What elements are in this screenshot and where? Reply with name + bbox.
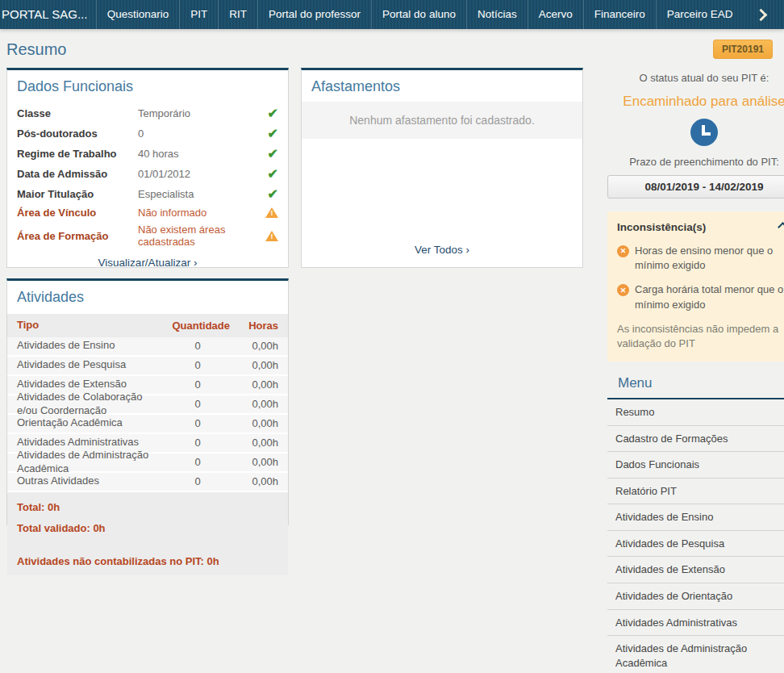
table-row: Orientação Acadêmica 0 0,00h bbox=[7, 415, 288, 434]
dados-row-pos-doutorados: Pós-doutorados 0 bbox=[17, 123, 278, 144]
page-header: Resumo PIT20191 bbox=[0, 29, 784, 68]
ver-todos-link[interactable]: Ver Todos › bbox=[302, 237, 582, 259]
menu-item-atividades-administrativas[interactable]: Atividades Administrativas bbox=[607, 610, 784, 637]
dados-label: Área de Formação bbox=[17, 230, 138, 242]
nav-pit[interactable]: PIT bbox=[179, 0, 218, 29]
dados-funcionais-panel: Dados Funcionais Classe Temporário Pós-d… bbox=[6, 68, 289, 268]
dados-value: Especialista bbox=[138, 188, 263, 200]
table-row: Atividades de Ensino 0 0,00h bbox=[7, 337, 288, 357]
chevron-up-icon[interactable] bbox=[778, 222, 784, 232]
middle-column: Afastamentos Nenhum afastamento foi cada… bbox=[301, 68, 583, 268]
dados-row-area-formacao: Área de Formação Não existem áreas cadas… bbox=[17, 221, 278, 250]
dados-funcionais-title: Dados Funcionais bbox=[17, 78, 278, 95]
cell-quantidade: 0 bbox=[165, 340, 230, 352]
table-row: Atividades de Colaboração e/ou Coorderna… bbox=[7, 395, 288, 415]
prazo-label: Prazo de preenchimento do PIT: bbox=[607, 156, 784, 168]
menu-item-administracao-academica[interactable]: Atividades de Administração Acadêmica bbox=[607, 636, 784, 673]
dados-value: Temporário bbox=[138, 107, 263, 119]
cell-horas: 0,00h bbox=[230, 359, 278, 371]
nav-questionario[interactable]: Questionario bbox=[96, 0, 180, 29]
nav-rit[interactable]: RIT bbox=[218, 0, 257, 29]
total-line: Total: 0h bbox=[17, 501, 278, 513]
cell-horas: 0,00h bbox=[230, 417, 278, 429]
brand-title[interactable]: PORTAL SAG... bbox=[0, 0, 96, 29]
cell-horas: 0,00h bbox=[230, 398, 278, 410]
nav-more-arrow[interactable] bbox=[744, 0, 784, 29]
inconsistencias-panel: Inconsistência(s) Horas de ensino menor … bbox=[607, 211, 784, 362]
inconsistencias-title: Inconsistência(s) bbox=[617, 221, 706, 233]
cell-tipo: Atividades de Pesquisa bbox=[17, 358, 165, 372]
right-sidebar: O status atual do seu PIT é: Encaminhado… bbox=[607, 68, 784, 673]
cell-horas: 0,00h bbox=[230, 378, 278, 391]
nav-acervo[interactable]: Acervo bbox=[528, 0, 583, 29]
chevron-right-icon bbox=[755, 8, 768, 21]
nav-portal-aluno[interactable]: Portal do aluno bbox=[371, 0, 466, 29]
dados-value: 0 bbox=[138, 127, 263, 140]
check-icon bbox=[268, 126, 278, 141]
warning-icon bbox=[265, 231, 278, 241]
dados-value: Não informado bbox=[138, 207, 261, 219]
dados-row-area-vinculo: Área de Vínculo Não informado bbox=[17, 204, 278, 221]
warning-icon bbox=[265, 207, 278, 218]
nav-noticias[interactable]: Notícias bbox=[466, 0, 528, 29]
cell-tipo: Atividades de Ensino bbox=[17, 339, 165, 353]
dados-label: Classe bbox=[17, 107, 138, 119]
cell-horas: 0,00h bbox=[230, 456, 278, 468]
dados-label: Maior Titulação bbox=[17, 188, 138, 200]
afastamentos-title: Afastamentos bbox=[302, 78, 582, 95]
status-label: O status atual do seu PIT é: bbox=[607, 72, 784, 84]
cell-quantidade: 0 bbox=[165, 378, 230, 391]
dados-row-regime: Regime de Trabalho 40 horas bbox=[17, 144, 278, 164]
nav-parceiro-ead[interactable]: Parceiro EAD bbox=[656, 0, 744, 29]
cell-quantidade: 0 bbox=[165, 398, 230, 410]
inconsistencias-note: As inconsistências não impedem a validaç… bbox=[617, 322, 784, 351]
inconsistencia-text: Horas de ensino menor que o mínimo exigi… bbox=[635, 244, 784, 273]
clock-icon bbox=[690, 119, 718, 146]
menu-item-atividades-extensao[interactable]: Atividades de Extensão bbox=[607, 557, 784, 583]
dados-row-admissao: Data de Admissão 01/01/2012 bbox=[17, 164, 278, 184]
menu-item-atividades-ensino[interactable]: Atividades de Ensino bbox=[607, 504, 784, 531]
menu-item-atividades-pesquisa[interactable]: Atividades de Pesquisa bbox=[607, 531, 784, 558]
nav-portal-professor[interactable]: Portal do professor bbox=[257, 0, 371, 29]
column-header-quantidade: Quantidade bbox=[165, 320, 230, 332]
atividades-table-header: Tipo Quantidade Horas bbox=[7, 314, 288, 337]
dados-row-titulacao: Maior Titulação Especialista bbox=[17, 184, 278, 204]
content-area: Dados Funcionais Classe Temporário Pós-d… bbox=[0, 68, 784, 673]
nao-contabilizadas-line: Atividades não contabilizadas no PIT: 0h bbox=[17, 555, 278, 567]
inconsistencias-header: Inconsistência(s) bbox=[617, 221, 784, 233]
menu-item-relatorio-pit[interactable]: Relatório PIT bbox=[607, 479, 784, 505]
menu-title: Menu bbox=[607, 373, 784, 399]
dados-row-classe: Classe Temporário bbox=[17, 103, 278, 123]
dados-value: 01/01/2012 bbox=[138, 168, 263, 180]
dados-value: Não existem áreas cadastradas bbox=[138, 224, 261, 248]
check-icon bbox=[268, 106, 278, 121]
menu-item-cadastro-formacoes[interactable]: Cadastro de Formações bbox=[607, 426, 784, 453]
side-menu: Menu Resumo Cadastro de Formações Dados … bbox=[607, 373, 784, 673]
dados-label: Pós-doutorados bbox=[17, 127, 138, 140]
cell-tipo: Orientação Acadêmica bbox=[17, 416, 165, 430]
column-header-horas: Horas bbox=[230, 320, 278, 332]
dados-label: Regime de Trabalho bbox=[17, 148, 138, 160]
cell-quantidade: 0 bbox=[165, 417, 230, 429]
atividades-panel: Atividades Tipo Quantidade Horas Ativida… bbox=[6, 278, 289, 525]
dados-value: 40 horas bbox=[138, 148, 263, 160]
cell-quantidade: 0 bbox=[165, 456, 230, 468]
visualizar-atualizar-link[interactable]: Visualizar/Atualizar › bbox=[17, 250, 278, 272]
menu-item-resumo[interactable]: Resumo bbox=[607, 399, 784, 426]
cell-quantidade: 0 bbox=[165, 475, 230, 487]
page-title: Resumo bbox=[6, 40, 66, 59]
cell-tipo: Outras Atividades bbox=[17, 474, 165, 488]
nav-financeiro[interactable]: Financeiro bbox=[583, 0, 656, 29]
menu-item-atividades-orientacao[interactable]: Atividades de Orientação bbox=[607, 583, 784, 610]
pit-period-badge: PIT20191 bbox=[713, 40, 773, 59]
left-column: Dados Funcionais Classe Temporário Pós-d… bbox=[6, 68, 289, 525]
cell-quantidade: 0 bbox=[165, 437, 230, 449]
check-icon bbox=[268, 146, 278, 161]
column-header-tipo: Tipo bbox=[17, 319, 165, 332]
cell-tipo: Atividades de Administração Acadêmica bbox=[17, 449, 165, 476]
menu-item-dados-funcionais[interactable]: Dados Funcionais bbox=[607, 452, 784, 479]
atividades-title: Atividades bbox=[7, 289, 288, 306]
error-circle-icon bbox=[617, 284, 629, 296]
cell-quantidade: 0 bbox=[165, 359, 230, 371]
check-icon bbox=[268, 166, 278, 182]
